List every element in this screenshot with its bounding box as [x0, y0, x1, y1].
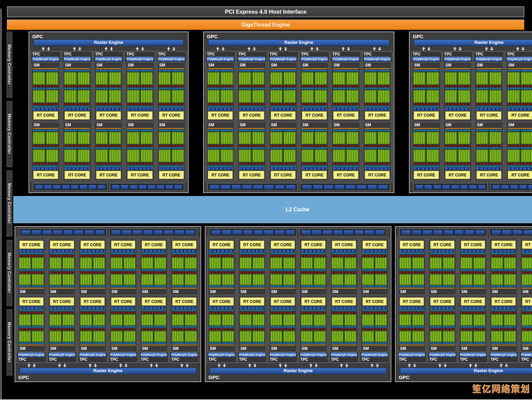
polymorph-engine-bar: PolyMorph Engine — [270, 352, 296, 357]
cuda-core-array — [222, 331, 234, 342]
register-texture-bar — [430, 272, 455, 273]
ldst-unit-strip — [19, 307, 44, 309]
cuda-core-array — [154, 331, 166, 342]
tpc-box: TPCPolyMorph EngineSMRT CORESMRT CORE — [78, 238, 107, 363]
rt-core: RT CORE — [111, 297, 135, 306]
cuda-core-array — [399, 274, 411, 285]
l1-cache-bar — [109, 88, 121, 90]
core-cell — [80, 314, 92, 328]
core-cell — [141, 257, 153, 271]
sm-label: SM — [270, 123, 296, 128]
rop-unit — [424, 185, 432, 190]
cuda-core-array — [141, 150, 153, 162]
sm-block: SMRT CORE — [300, 62, 329, 121]
raster-tpc-arrows — [108, 363, 138, 368]
core-section — [522, 314, 532, 328]
scheduler-bar — [33, 68, 59, 69]
core-cell — [427, 70, 439, 85]
register-texture-bar — [172, 312, 197, 314]
register-texture-bar — [333, 145, 358, 147]
sm-block: SMRT CORE — [48, 296, 76, 352]
register-texture-bar — [301, 255, 326, 257]
l1-cache-bar — [270, 269, 282, 271]
rt-core: RT CORE — [445, 111, 470, 120]
core-cell — [109, 70, 121, 85]
tpc-box: TPCPolyMorph EngineSMRT CORESMRT CORE — [519, 238, 532, 363]
cuda-core-array — [333, 132, 345, 145]
sm-label: SM — [430, 346, 455, 351]
shared-memory-bar — [362, 309, 387, 311]
rt-core: RT CORE — [461, 297, 485, 306]
core-section — [64, 70, 90, 85]
rop-unit — [378, 185, 388, 190]
tpc-label: TPC — [238, 357, 266, 362]
rt-core: RT CORE — [127, 171, 152, 179]
core-cell — [127, 147, 139, 162]
sm-block: SMRT CORE — [79, 296, 106, 352]
core-cell — [314, 257, 326, 271]
core-section — [159, 147, 184, 162]
sm-block: SMRT CORE — [520, 239, 532, 295]
rt-core: RT CORE — [19, 297, 44, 306]
gpc-row-bottom: GPCRaster EngineTPCPolyMorph EngineSMRT … — [13, 226, 532, 382]
ldst-unit-strip — [50, 250, 74, 252]
l1-cache-bar — [476, 88, 488, 90]
register-texture-bar — [240, 255, 265, 257]
l1-cache-bar — [302, 88, 314, 90]
core-cell — [443, 314, 455, 328]
core-cell — [427, 147, 439, 162]
ldst-unit-strip — [332, 307, 356, 309]
cuda-core-array — [159, 90, 171, 103]
l1-cache-bar — [93, 342, 105, 344]
l1-cache-bar — [473, 285, 485, 287]
core-cell — [253, 331, 265, 345]
rop-unit — [444, 230, 454, 235]
register-texture-bar — [64, 163, 90, 164]
rt-core: RT CORE — [239, 111, 264, 120]
tpc-cell: TPCPolyMorph EngineSMRT CORESMRT CORE — [519, 238, 532, 368]
rt-core: RT CORE — [476, 171, 501, 179]
scheduler-bar — [207, 68, 233, 69]
tpc-row: TPCPolyMorph EngineSMRT CORESMRT CORETPC… — [205, 46, 392, 182]
l1-cache-bar — [284, 130, 296, 132]
cuda-core-array — [78, 132, 90, 145]
down-arrow-icon — [110, 47, 113, 51]
rop-unit — [285, 230, 295, 235]
core-section — [413, 88, 439, 103]
up-arrow-icon — [104, 47, 107, 51]
sm-label: SM — [239, 289, 265, 294]
core-cell — [413, 147, 426, 162]
rop-unit — [365, 230, 374, 235]
core-section — [50, 257, 74, 271]
rop-unit — [313, 185, 323, 190]
tpc-row: TPCPolyMorph EngineSMRT CORESMRT CORETPC… — [207, 238, 389, 368]
tpc-label: TPC — [79, 357, 106, 362]
cuda-core-array — [33, 72, 45, 85]
core-section — [302, 130, 327, 145]
raster-tpc-arrows — [331, 46, 361, 51]
rop-unit — [475, 230, 485, 235]
rop-unit — [492, 185, 500, 190]
core-cell — [375, 274, 387, 288]
cuda-core-array — [344, 331, 356, 342]
core-cell — [172, 88, 184, 103]
rt-core: RT CORE — [208, 171, 233, 179]
core-section — [96, 147, 121, 162]
raster-engine-bar: Raster Engine — [34, 40, 184, 46]
core-section — [127, 147, 153, 162]
cuda-core-array — [476, 90, 488, 103]
tpc-cell: TPCPolyMorph EngineSMRT CORESMRT CORE — [397, 238, 427, 368]
shared-memory-bar — [96, 106, 121, 108]
rop-unit — [143, 230, 153, 235]
core-cell — [221, 88, 233, 103]
cuda-core-array — [141, 72, 153, 85]
up-arrow-icon — [373, 47, 376, 51]
l1-cache-bar — [252, 130, 265, 132]
core-cell — [252, 88, 265, 103]
core-section — [399, 314, 424, 328]
l1-cache-bar — [413, 147, 426, 149]
l1-cache-bar — [127, 88, 139, 90]
raster-tpc-arrows — [62, 46, 92, 51]
tpc-row: TPCPolyMorph EngineSMRT CORESMRT CORETPC… — [397, 238, 532, 368]
sm-block: SMRT CORE — [48, 239, 76, 295]
